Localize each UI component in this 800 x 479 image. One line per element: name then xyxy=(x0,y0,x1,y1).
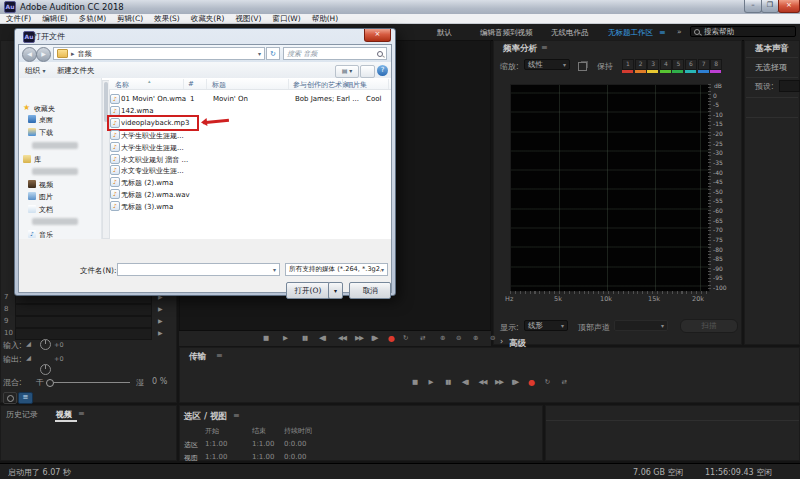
editor-zoom-out-button[interactable]: ⊖ xyxy=(456,334,460,342)
nav-item-音乐[interactable]: 音乐 xyxy=(39,230,53,240)
refresh-button[interactable]: ↻ xyxy=(266,47,280,60)
file-name[interactable]: 大学生职业生涯规... xyxy=(121,143,184,153)
new-folder-button[interactable]: 新建文件夹 xyxy=(57,66,95,76)
filename-input[interactable]: ▾ xyxy=(117,263,280,276)
workspace-overflow-icon[interactable]: » xyxy=(677,27,682,36)
mix-slider-track[interactable] xyxy=(54,382,130,383)
maximize-button[interactable]: ❐ xyxy=(761,0,779,13)
file-name[interactable]: 无标题 (2).wma.wav xyxy=(121,190,190,200)
nav-item-下载[interactable]: 下载 xyxy=(39,128,53,138)
breadcrumb-location[interactable]: 音频 xyxy=(78,49,92,59)
input-gain-knob[interactable] xyxy=(40,339,51,350)
nav-item-图片[interactable]: 图片 xyxy=(39,192,53,202)
editor-stop-button[interactable]: ■ xyxy=(263,334,268,342)
snapshot-icon[interactable] xyxy=(578,62,587,71)
transport-move-to-previous-button[interactable]: ◀▮ xyxy=(462,378,469,386)
display-select[interactable]: 线形▾ xyxy=(524,320,568,331)
advanced-caret-icon[interactable]: › xyxy=(500,337,503,346)
hold-button-3[interactable]: 3 xyxy=(647,59,659,70)
transport-menu-icon[interactable]: ≡ xyxy=(216,351,223,360)
editor-record-button[interactable]: ● xyxy=(388,334,394,343)
rack-slot[interactable] xyxy=(15,304,152,316)
menu-item-4[interactable]: 效果(S) xyxy=(154,14,180,24)
editor-pause-button[interactable]: ▮▮ xyxy=(302,334,307,342)
transport-rewind-button[interactable]: ◀◀ xyxy=(478,378,486,386)
nav-libraries-label[interactable]: 库 xyxy=(34,155,41,165)
hold-button-2[interactable]: 2 xyxy=(635,59,647,70)
editor-fast-forward-button[interactable]: ▶▶ xyxy=(355,334,363,342)
file-name[interactable]: 01 Movin' On.wma xyxy=(121,95,186,103)
rack-slot[interactable] xyxy=(15,316,152,328)
views-button[interactable]: ▤ ▾ xyxy=(335,65,359,78)
column-header-album[interactable]: 唱片集 xyxy=(346,80,367,90)
file-name[interactable]: 水文职业规划 溜音 ... xyxy=(121,155,188,165)
workspace-menu-icon[interactable]: ≡ xyxy=(659,28,666,37)
forward-button[interactable]: ▶ xyxy=(36,47,51,62)
breadcrumb-dropdown-icon[interactable]: ▾ xyxy=(258,50,261,57)
transport-play-button[interactable]: ▶ xyxy=(429,378,433,386)
editor-rewind-button[interactable]: ◀◀ xyxy=(338,334,346,342)
transport-move-to-next-button[interactable]: ▮▶ xyxy=(512,378,519,386)
close-button[interactable]: × xyxy=(778,0,800,13)
dialog-close-button[interactable]: × xyxy=(364,29,391,42)
menu-item-8[interactable]: 帮助(H) xyxy=(312,14,339,24)
workspace-tab-3[interactable]: 无线电作品 xyxy=(551,28,589,38)
hold-button-4[interactable]: 4 xyxy=(660,59,672,70)
file-name[interactable]: 无标题 (2).wma xyxy=(121,178,173,188)
rack-power-toggle[interactable] xyxy=(3,392,17,404)
selection-view-menu-icon[interactable]: ≡ xyxy=(233,411,240,420)
frequency-graph[interactable] xyxy=(510,84,710,292)
chevron-down-icon[interactable]: ▾ xyxy=(273,266,276,273)
nav-item-文档[interactable]: 文档 xyxy=(39,205,53,215)
rack-slot[interactable] xyxy=(15,328,152,340)
file-name[interactable]: 142.wma xyxy=(121,107,153,115)
nav-item-视频[interactable]: 视频 xyxy=(39,180,53,190)
scale-select[interactable]: 线性▾ xyxy=(524,59,570,70)
freq-panel-menu-icon[interactable]: ≡ xyxy=(541,43,548,52)
editor-loop-playback-button[interactable]: ↻ xyxy=(403,334,407,342)
menu-item-0[interactable]: 文件(F) xyxy=(6,14,31,24)
rack-slot-arrow-icon[interactable]: ▶ xyxy=(158,305,163,312)
column-header-title[interactable]: 标题 xyxy=(212,80,226,90)
workspace-tab-1[interactable]: 默认 xyxy=(437,28,452,38)
editor-move-to-previous-button[interactable]: ◀▮ xyxy=(319,334,326,342)
mix-slider-handle[interactable] xyxy=(46,379,54,387)
hold-button-7[interactable]: 7 xyxy=(698,59,710,70)
filetype-select[interactable]: 所有支持的媒体 (*.264, *.3g2, ▾ xyxy=(285,263,388,276)
editor-zoom-in-button[interactable]: ⊕ xyxy=(440,334,444,342)
menu-item-6[interactable]: 视图(V) xyxy=(235,14,261,24)
editor-zoom-in-selection-button[interactable]: ⊕ xyxy=(473,334,477,342)
tab-video[interactable]: 视频 xyxy=(56,409,72,420)
column-header-artist[interactable]: 参与创作的艺术家 xyxy=(293,80,349,90)
transport-fast-forward-button[interactable]: ▶▶ xyxy=(495,378,503,386)
rack-list-toggle[interactable]: ≡ xyxy=(18,392,33,404)
output-gain-knob[interactable] xyxy=(40,364,51,375)
transport-skip-selection-button[interactable]: ⇄ xyxy=(561,378,565,386)
nav-favorites-label[interactable]: 收藏夹 xyxy=(34,104,55,114)
workspace-tab-4[interactable]: 无标题工作区 xyxy=(608,28,653,38)
tab-history[interactable]: 历史记录 xyxy=(6,409,38,420)
file-name[interactable]: 大学生职业生涯规... xyxy=(121,131,184,141)
column-header-number[interactable]: # xyxy=(188,80,194,88)
menu-item-1[interactable]: 编辑(E) xyxy=(42,14,68,24)
minimize-button[interactable]: – xyxy=(744,0,762,13)
transport-loop-playback-button[interactable]: ↻ xyxy=(545,378,549,386)
transport-stop-button[interactable]: ■ xyxy=(412,378,417,386)
open-button[interactable]: 打开(O) xyxy=(286,282,330,299)
advanced-label[interactable]: 高级 xyxy=(509,338,526,350)
transport-record-button[interactable]: ● xyxy=(528,378,534,387)
help-button[interactable]: ? xyxy=(377,65,388,76)
menu-item-7[interactable]: 窗口(W) xyxy=(272,14,300,24)
file-name[interactable]: 水文专业职业生涯... xyxy=(121,166,184,176)
hold-button-6[interactable]: 6 xyxy=(685,59,697,70)
file-name[interactable]: 无标题 (3).wma xyxy=(121,202,173,212)
preview-pane-button[interactable] xyxy=(360,65,375,78)
rack-slot-arrow-icon[interactable]: ▶ xyxy=(158,317,163,324)
editor-play-button[interactable]: ▶ xyxy=(283,334,287,342)
column-header-name[interactable]: 名称 xyxy=(115,80,129,90)
nav-item-桌面[interactable]: 桌面 xyxy=(39,115,53,125)
hold-button-5[interactable]: 5 xyxy=(672,59,684,70)
nav-scrollbar[interactable] xyxy=(102,80,110,239)
rack-slot-arrow-icon[interactable]: ▶ xyxy=(158,329,163,336)
back-button[interactable]: ◀ xyxy=(22,47,37,62)
